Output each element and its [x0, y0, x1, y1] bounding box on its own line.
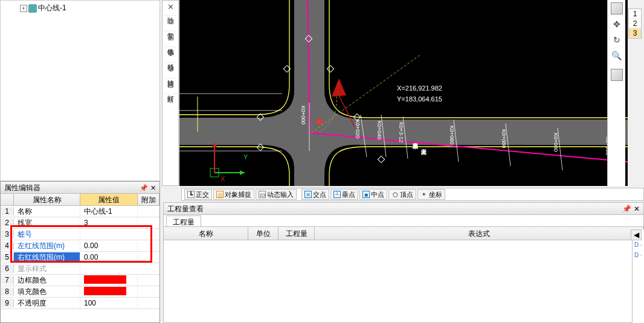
quantity-view-panel: 工程量查看 📌✕ 工程量 名称 单位 工程量 表达式 [163, 202, 644, 323]
close-icon[interactable]: ✕ [634, 205, 640, 213]
nav-move-icon[interactable]: ✥ [611, 18, 623, 30]
btn-label: 对象捕捉 [225, 190, 251, 199]
prop-name: 桩号 [14, 229, 80, 240]
tool-move[interactable]: ✥ 移动 [163, 47, 178, 63]
prop-value[interactable]: 100 [80, 299, 138, 307]
quantity-grid-header: 名称 单位 工程量 表达式 [164, 227, 643, 240]
station-label: K0+080 [553, 133, 559, 152]
btn-label: 坐标 [429, 190, 442, 199]
nav-refresh-icon[interactable]: ↻ [611, 34, 623, 46]
nav-cube2-icon[interactable] [611, 69, 623, 81]
pin-icon[interactable]: 📌 [622, 205, 631, 213]
row-num: 6 [1, 264, 14, 273]
prop-row-border-color[interactable]: 7 边框颜色 [1, 275, 159, 286]
dyninput-toggle[interactable]: ▭动态输入 [256, 189, 297, 200]
prop-value[interactable]: 0.00 [80, 253, 138, 261]
snap-vertex[interactable]: ⬠顶点 [388, 189, 416, 200]
nav-zoom-icon[interactable]: 🔍 [611, 50, 623, 62]
pin-icon[interactable]: 📌 [140, 184, 148, 191]
break-icon: ⊟ [166, 80, 175, 89]
osnap-toggle[interactable]: ◎对象捕捉 [213, 189, 254, 200]
prop-name: 不透明度 [14, 298, 80, 309]
col-rownum [1, 194, 14, 205]
btn-label: 正交 [196, 190, 209, 199]
edit-vertical-toolbar: ✕ 除 ⧉ 复制 ⟁ 镜像 ✥ 移动 ↻ 旋转 ⊟ 打断 [162, 0, 179, 186]
prop-name: 填充颜色 [14, 287, 80, 297]
view-num-active[interactable]: 3 [629, 28, 641, 38]
tool-label: 镜像 [166, 43, 175, 44]
station-label: K0+080 [501, 129, 507, 148]
tree-toggle-icon[interactable]: + [20, 5, 27, 12]
property-rows: 1 名称 中心线-1 2 线宽 3 3 桩号 4 左红线范围(m) 0.00 5… [1, 206, 159, 309]
prop-row-station[interactable]: 3 桩号 [1, 229, 159, 240]
property-panel-title-bar: 属性编辑器 📌✕ [1, 182, 159, 194]
svg-marker-19 [332, 78, 346, 97]
prop-row-display-style[interactable]: 6 显示样式 [1, 263, 159, 275]
tool-break[interactable]: ⊟ 打断 [163, 78, 178, 94]
row-num: 1 [1, 207, 14, 216]
color-swatch-red[interactable] [84, 275, 126, 284]
prop-value[interactable] [80, 275, 138, 286]
station-label: K0+060 [449, 126, 455, 144]
prop-value[interactable]: 0.00 [80, 241, 138, 250]
tree-item-centerline[interactable]: + 中心线-1 [18, 2, 159, 14]
axis-y-label: Y [243, 153, 248, 161]
ortho-toggle[interactable]: ┗正交 [184, 189, 212, 200]
view-number-strip: 1 2 3 [628, 8, 642, 39]
prop-name: 右红线范围(m) [14, 252, 80, 263]
dyn-icon: ▭ [259, 191, 266, 198]
tool-label: 复制 [166, 27, 175, 28]
row-num: 8 [1, 287, 14, 296]
quantity-panel-title-bar: 工程量查看 📌✕ [164, 203, 643, 215]
property-editor-panel: 属性编辑器 📌✕ 属性名称 属性值 附加 1 名称 中心线-1 2 线宽 3 3… [0, 181, 160, 323]
coord-icon: ⌖ [420, 191, 428, 198]
tab-quantity[interactable]: 工程量 [166, 216, 201, 226]
prop-value[interactable]: 中心线-1 [80, 206, 138, 217]
tool-delete[interactable]: ✕ 除 [163, 1, 178, 16]
station-label: K0+000 [300, 106, 306, 124]
col-unit: 单位 [248, 227, 279, 240]
mini-tree-node[interactable]: D · [634, 241, 642, 248]
scroll-left-icon[interactable]: ◀ [631, 229, 642, 240]
close-icon[interactable]: ✕ [150, 184, 156, 191]
quantity-panel-title: 工程量查看 [167, 203, 204, 215]
prop-value[interactable]: 3 [80, 219, 138, 227]
col-prop-extra: 附加 [138, 194, 159, 205]
prop-row-name[interactable]: 1 名称 中心线-1 [1, 206, 159, 217]
svg-rect-9 [378, 156, 384, 162]
color-swatch-red[interactable] [84, 287, 126, 295]
snap-coord[interactable]: ⌖坐标 [417, 189, 445, 200]
tool-mirror[interactable]: ⟁ 镜像 [163, 31, 178, 47]
tool-label: 打断 [166, 90, 175, 91]
prop-row-right-redline[interactable]: 5 右红线范围(m) 0.00 [1, 252, 159, 263]
view-num[interactable]: 1 [629, 9, 641, 19]
station-label: K0+040 [376, 121, 382, 139]
prop-row-linewidth[interactable]: 2 线宽 3 [1, 217, 159, 229]
mini-tree-node[interactable]: D · [634, 252, 642, 258]
quantity-grid-body[interactable] [164, 240, 643, 322]
view-num[interactable]: 2 [629, 19, 641, 28]
cad-viewport[interactable]: X=216,921.982 Y=183,064.615 Y X 龙王家岗 K0+… [179, 0, 628, 186]
property-panel-title: 属性编辑器 [4, 182, 40, 194]
intersect-icon: ✕ [304, 191, 312, 198]
tree-node-icon [28, 4, 37, 13]
svg-rect-5 [327, 65, 333, 72]
btn-label: 中点 [371, 190, 384, 199]
move-icon: ✥ [166, 48, 175, 58]
prop-row-left-redline[interactable]: 4 左红线范围(m) 0.00 [1, 240, 159, 252]
prop-name: 左红线范围(m) [14, 241, 80, 251]
nav-cube-icon[interactable] [611, 2, 623, 14]
row-num: 5 [1, 253, 14, 261]
property-grid-header: 属性名称 属性值 附加 [1, 194, 159, 206]
tool-rotate[interactable]: ↻ 旋转 [163, 63, 178, 78]
snap-status-bar: ┗正交 ◎对象捕捉 ▭动态输入 ✕交点 ┴垂点 ■中点 ⬠顶点 ⌖坐标 [181, 188, 644, 201]
copy-icon: ⧉ [166, 17, 175, 27]
snap-intersection[interactable]: ✕交点 [301, 189, 329, 200]
tool-copy[interactable]: ⧉ 复制 [163, 16, 178, 31]
snap-midpoint[interactable]: ■中点 [359, 189, 387, 200]
prop-value[interactable] [80, 286, 138, 297]
prop-row-opacity[interactable]: 9 不透明度 100 [1, 298, 159, 309]
snap-perpendicular[interactable]: ┴垂点 [330, 189, 358, 200]
prop-row-fill-color[interactable]: 8 填充颜色 [1, 286, 159, 298]
tool-label: 除 [166, 12, 175, 13]
